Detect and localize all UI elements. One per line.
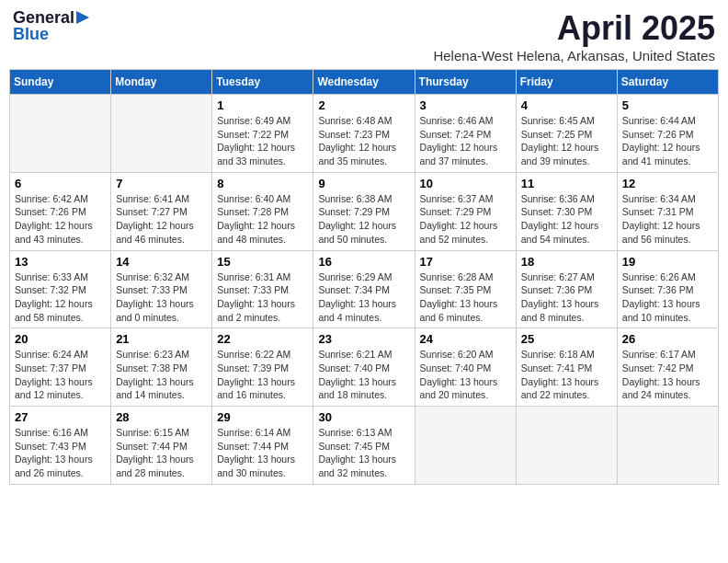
day-info: Sunrise: 6:22 AM Sunset: 7:39 PM Dayligh… — [217, 348, 308, 402]
day-number: 3 — [420, 98, 511, 112]
calendar-day-cell: 9Sunrise: 6:38 AM Sunset: 7:29 PM Daylig… — [313, 172, 415, 250]
day-info: Sunrise: 6:33 AM Sunset: 7:32 PM Dayligh… — [15, 270, 106, 325]
day-number: 10 — [420, 177, 511, 190]
day-info: Sunrise: 6:34 AM Sunset: 7:31 PM Dayligh… — [622, 192, 713, 247]
day-number: 29 — [217, 410, 308, 424]
calendar-day-cell: 24Sunrise: 6:20 AM Sunset: 7:40 PM Dayli… — [415, 328, 516, 407]
calendar-day-cell — [10, 95, 111, 173]
day-info: Sunrise: 6:45 AM Sunset: 7:25 PM Dayligh… — [521, 114, 612, 168]
day-number: 2 — [318, 98, 409, 112]
day-number: 23 — [318, 332, 409, 346]
day-of-week-header: Tuesday — [212, 70, 313, 95]
calendar-day-cell: 15Sunrise: 6:31 AM Sunset: 7:33 PM Dayli… — [212, 250, 313, 328]
day-info: Sunrise: 6:48 AM Sunset: 7:23 PM Dayligh… — [318, 114, 409, 168]
calendar-day-cell: 7Sunrise: 6:41 AM Sunset: 7:27 PM Daylig… — [111, 172, 212, 250]
calendar-day-cell: 10Sunrise: 6:37 AM Sunset: 7:29 PM Dayli… — [415, 172, 516, 250]
location-title: Helena-West Helena, Arkansas, United Sta… — [433, 48, 715, 63]
day-info: Sunrise: 6:40 AM Sunset: 7:28 PM Dayligh… — [217, 192, 308, 247]
day-info: Sunrise: 6:31 AM Sunset: 7:33 PM Dayligh… — [217, 270, 308, 325]
calendar-day-cell: 18Sunrise: 6:27 AM Sunset: 7:36 PM Dayli… — [516, 250, 617, 328]
day-number: 14 — [116, 255, 207, 269]
day-info: Sunrise: 6:21 AM Sunset: 7:40 PM Dayligh… — [318, 348, 409, 402]
day-info: Sunrise: 6:17 AM Sunset: 7:42 PM Dayligh… — [622, 348, 713, 402]
calendar-day-cell: 29Sunrise: 6:14 AM Sunset: 7:44 PM Dayli… — [212, 407, 313, 485]
day-of-week-header: Sunday — [10, 70, 111, 95]
logo-general-text: General — [13, 9, 74, 26]
day-info: Sunrise: 6:36 AM Sunset: 7:30 PM Dayligh… — [521, 192, 612, 247]
day-info: Sunrise: 6:20 AM Sunset: 7:40 PM Dayligh… — [420, 348, 511, 402]
calendar-header-row: SundayMondayTuesdayWednesdayThursdayFrid… — [10, 70, 719, 95]
day-info: Sunrise: 6:15 AM Sunset: 7:44 PM Dayligh… — [116, 426, 207, 480]
day-number: 6 — [15, 177, 106, 190]
title-area: April 2025 Helena-West Helena, Arkansas,… — [433, 9, 715, 63]
day-info: Sunrise: 6:49 AM Sunset: 7:22 PM Dayligh… — [217, 114, 308, 168]
calendar-day-cell — [111, 95, 212, 173]
day-info: Sunrise: 6:38 AM Sunset: 7:29 PM Dayligh… — [318, 192, 409, 247]
day-number: 28 — [116, 410, 207, 424]
calendar-day-cell: 3Sunrise: 6:46 AM Sunset: 7:24 PM Daylig… — [415, 95, 516, 173]
day-number: 26 — [622, 332, 713, 346]
day-number: 30 — [318, 410, 409, 424]
calendar-week-row: 6Sunrise: 6:42 AM Sunset: 7:26 PM Daylig… — [10, 172, 719, 250]
calendar-day-cell — [415, 407, 516, 485]
calendar-day-cell: 16Sunrise: 6:29 AM Sunset: 7:34 PM Dayli… — [313, 250, 415, 328]
calendar-day-cell: 14Sunrise: 6:32 AM Sunset: 7:33 PM Dayli… — [111, 250, 212, 328]
day-number: 17 — [420, 255, 511, 269]
day-number: 15 — [217, 255, 308, 269]
calendar-day-cell: 17Sunrise: 6:28 AM Sunset: 7:35 PM Dayli… — [415, 250, 516, 328]
day-info: Sunrise: 6:18 AM Sunset: 7:41 PM Dayligh… — [521, 348, 612, 402]
logo-arrow-icon — [76, 11, 89, 24]
day-number: 4 — [521, 98, 612, 112]
day-number: 18 — [521, 255, 612, 269]
day-info: Sunrise: 6:26 AM Sunset: 7:36 PM Dayligh… — [622, 270, 713, 325]
day-of-week-header: Friday — [516, 70, 617, 95]
month-title: April 2025 — [433, 9, 715, 48]
day-info: Sunrise: 6:24 AM Sunset: 7:37 PM Dayligh… — [15, 348, 106, 402]
day-info: Sunrise: 6:28 AM Sunset: 7:35 PM Dayligh… — [420, 270, 511, 325]
day-info: Sunrise: 6:37 AM Sunset: 7:29 PM Dayligh… — [420, 192, 511, 247]
day-number: 5 — [622, 98, 713, 112]
day-number: 12 — [622, 177, 713, 190]
day-info: Sunrise: 6:13 AM Sunset: 7:45 PM Dayligh… — [318, 426, 409, 480]
calendar-day-cell: 21Sunrise: 6:23 AM Sunset: 7:38 PM Dayli… — [111, 328, 212, 407]
calendar-day-cell: 4Sunrise: 6:45 AM Sunset: 7:25 PM Daylig… — [516, 95, 617, 173]
day-of-week-header: Saturday — [617, 70, 718, 95]
calendar-day-cell: 28Sunrise: 6:15 AM Sunset: 7:44 PM Dayli… — [111, 407, 212, 485]
calendar-day-cell — [516, 407, 617, 485]
calendar-day-cell: 19Sunrise: 6:26 AM Sunset: 7:36 PM Dayli… — [617, 250, 718, 328]
day-of-week-header: Thursday — [415, 70, 516, 95]
calendar-day-cell: 26Sunrise: 6:17 AM Sunset: 7:42 PM Dayli… — [617, 328, 718, 407]
day-info: Sunrise: 6:42 AM Sunset: 7:26 PM Dayligh… — [15, 192, 106, 247]
calendar-week-row: 20Sunrise: 6:24 AM Sunset: 7:37 PM Dayli… — [10, 328, 719, 407]
day-of-week-header: Monday — [111, 70, 212, 95]
day-info: Sunrise: 6:32 AM Sunset: 7:33 PM Dayligh… — [116, 270, 207, 325]
day-number: 20 — [15, 332, 106, 346]
calendar-table: SundayMondayTuesdayWednesdayThursdayFrid… — [9, 69, 719, 485]
calendar-day-cell: 30Sunrise: 6:13 AM Sunset: 7:45 PM Dayli… — [313, 407, 415, 485]
calendar-day-cell: 27Sunrise: 6:16 AM Sunset: 7:43 PM Dayli… — [10, 407, 111, 485]
calendar-day-cell: 2Sunrise: 6:48 AM Sunset: 7:23 PM Daylig… — [313, 95, 415, 173]
day-number: 13 — [15, 255, 106, 269]
calendar-day-cell: 5Sunrise: 6:44 AM Sunset: 7:26 PM Daylig… — [617, 95, 718, 173]
day-number: 8 — [217, 177, 308, 190]
day-number: 27 — [15, 410, 106, 424]
day-number: 16 — [318, 255, 409, 269]
day-of-week-header: Wednesday — [313, 70, 415, 95]
day-number: 25 — [521, 332, 612, 346]
calendar-day-cell: 22Sunrise: 6:22 AM Sunset: 7:39 PM Dayli… — [212, 328, 313, 407]
logo-blue-text: Blue — [13, 26, 49, 42]
day-info: Sunrise: 6:29 AM Sunset: 7:34 PM Dayligh… — [318, 270, 409, 325]
day-info: Sunrise: 6:46 AM Sunset: 7:24 PM Dayligh… — [420, 114, 511, 168]
day-number: 19 — [622, 255, 713, 269]
day-info: Sunrise: 6:16 AM Sunset: 7:43 PM Dayligh… — [15, 426, 106, 480]
day-number: 11 — [521, 177, 612, 190]
calendar-day-cell: 1Sunrise: 6:49 AM Sunset: 7:22 PM Daylig… — [212, 95, 313, 173]
day-info: Sunrise: 6:14 AM Sunset: 7:44 PM Dayligh… — [217, 426, 308, 480]
calendar-week-row: 13Sunrise: 6:33 AM Sunset: 7:32 PM Dayli… — [10, 250, 719, 328]
calendar-day-cell: 25Sunrise: 6:18 AM Sunset: 7:41 PM Dayli… — [516, 328, 617, 407]
day-info: Sunrise: 6:41 AM Sunset: 7:27 PM Dayligh… — [116, 192, 207, 247]
calendar-day-cell: 13Sunrise: 6:33 AM Sunset: 7:32 PM Dayli… — [10, 250, 111, 328]
calendar-day-cell: 6Sunrise: 6:42 AM Sunset: 7:26 PM Daylig… — [10, 172, 111, 250]
calendar-week-row: 27Sunrise: 6:16 AM Sunset: 7:43 PM Dayli… — [10, 407, 719, 485]
calendar-day-cell: 8Sunrise: 6:40 AM Sunset: 7:28 PM Daylig… — [212, 172, 313, 250]
